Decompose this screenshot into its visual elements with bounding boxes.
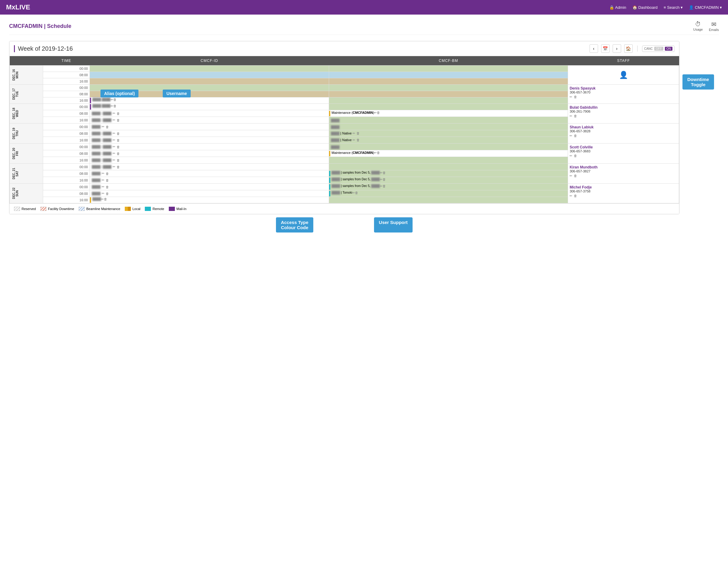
- delete-icon[interactable]: 🗑: [113, 104, 116, 110]
- cmcfid-cell: ████ | ████ ✏ 🗑: [90, 143, 329, 150]
- edit-icon[interactable]: ✏: [113, 118, 115, 122]
- day-label-dec22: DEC. 22SUN: [10, 184, 43, 203]
- cmcfid-cell: ████ | ████ ✏ 🗑: [90, 117, 329, 124]
- delete-icon[interactable]: 🗑: [106, 179, 109, 182]
- legend-beamline-label: Beamline Maintenance: [86, 207, 120, 211]
- delete-icon[interactable]: 🗑: [383, 171, 386, 176]
- delete-icon[interactable]: 🗑: [116, 145, 120, 149]
- usage-label: Usage: [693, 28, 703, 31]
- delete-icon[interactable]: 🗑: [116, 152, 120, 155]
- cmcfid-cell: ████ ✏ 🗑: [90, 190, 329, 197]
- delete-icon[interactable]: 🗑: [357, 131, 360, 135]
- toggle-off: OFF: [654, 47, 663, 51]
- edit-icon[interactable]: ✏: [570, 134, 572, 138]
- downtime-toggle[interactable]: CANC OFF ON: [642, 46, 675, 52]
- edit-icon[interactable]: ✏: [353, 138, 355, 142]
- edit-icon[interactable]: ✏: [353, 131, 355, 135]
- edit-icon[interactable]: ✏: [113, 165, 115, 169]
- edit-icon[interactable]: ✏: [113, 145, 115, 149]
- delete-icon[interactable]: 🗑: [116, 112, 120, 115]
- day-label-dec17: DEC. 17TUE: [10, 85, 43, 104]
- user-dropdown[interactable]: 👤 CMCFADMIN ▾: [689, 5, 722, 10]
- top-navigation: MxLIVE 🔒 Admin 🏠 Dashboard ≡ Search ▾ 👤 …: [0, 0, 728, 15]
- edit-icon[interactable]: ✏: [570, 154, 572, 158]
- prev-week-button[interactable]: ‹: [590, 44, 598, 53]
- delete-icon[interactable]: 🗑: [104, 197, 107, 203]
- cmcfbm-cell: ████ | samples from Dec 5, ████ ✏ 🗑: [329, 177, 568, 184]
- cmcfid-cell: ████ ████ ✏ 🗑: [90, 98, 329, 104]
- cmcfid-cell: ████ | ████ ✏ 🗑: [90, 150, 329, 157]
- edit-icon[interactable]: ✏: [110, 104, 113, 110]
- edit-icon[interactable]: ✏: [380, 178, 383, 183]
- edit-icon[interactable]: ✏: [374, 151, 377, 156]
- page-header: CMCFADMIN | Schedule ⏱ Usage ✉ Emails: [9, 21, 719, 35]
- yellow-bar: [329, 111, 330, 116]
- delete-icon[interactable]: 🗑: [113, 98, 116, 103]
- next-week-button[interactable]: ›: [613, 44, 621, 53]
- usage-button[interactable]: ⏱ Usage: [693, 21, 703, 31]
- delete-icon[interactable]: 🗑: [106, 192, 109, 195]
- schedule-panel: Week of 2019-12-16 ‹ 📅 › 🏠 CANC OFF ON: [9, 41, 679, 233]
- delete-icon[interactable]: 🗑: [106, 172, 109, 176]
- edit-icon[interactable]: ✏: [570, 114, 572, 118]
- teal-bar: [329, 178, 330, 183]
- edit-icon[interactable]: ✏: [113, 138, 115, 142]
- home-button[interactable]: 🏠: [624, 44, 633, 53]
- edit-icon[interactable]: ✏: [352, 191, 355, 196]
- dashboard-link[interactable]: 🏠 Dashboard: [632, 5, 657, 10]
- time-0000-dec16: 00:00: [43, 65, 90, 72]
- edit-icon[interactable]: ✏: [380, 184, 383, 190]
- day-label-dec18: DEC. 18WED: [10, 104, 43, 124]
- delete-icon[interactable]: 🗑: [377, 111, 380, 116]
- edit-icon[interactable]: ✏: [102, 191, 104, 195]
- edit-icon[interactable]: ✏: [102, 178, 104, 182]
- edit-icon[interactable]: ✏: [570, 194, 572, 198]
- edit-icon[interactable]: ✏: [110, 98, 113, 103]
- edit-icon[interactable]: ✏: [102, 185, 104, 189]
- delete-icon[interactable]: 🗑: [106, 185, 109, 189]
- delete-icon[interactable]: 🗑: [574, 95, 577, 99]
- delete-icon[interactable]: 🗑: [116, 138, 120, 142]
- admin-link[interactable]: 🔒 Admin: [609, 5, 626, 10]
- cmcfid-cell: ████ | ████ ✏ 🗑: [90, 157, 329, 164]
- search-dropdown[interactable]: ≡ Search ▾: [664, 5, 683, 10]
- edit-icon[interactable]: ✏: [570, 95, 572, 99]
- delete-icon[interactable]: 🗑: [574, 134, 577, 138]
- day-label-dec20: DEC. 20FRI: [10, 143, 43, 164]
- cmcfid-cell: ████ | ████ ✏ 🗑: [90, 130, 329, 137]
- edit-icon[interactable]: ✏: [374, 111, 377, 116]
- delete-icon[interactable]: 🗑: [355, 191, 358, 196]
- delete-icon[interactable]: 🗑: [116, 119, 120, 122]
- cmcfbm-cell: [329, 85, 568, 91]
- delete-icon[interactable]: 🗑: [377, 151, 380, 156]
- delete-icon[interactable]: 🗑: [383, 178, 386, 183]
- delete-icon[interactable]: 🗑: [574, 194, 577, 198]
- cmcfbm-cell: [329, 164, 568, 170]
- delete-icon[interactable]: 🗑: [574, 174, 577, 178]
- edit-icon[interactable]: ✏: [101, 197, 104, 203]
- table-row: DEC. 16MON 00:00 👤: [10, 65, 679, 72]
- delete-icon[interactable]: 🗑: [383, 184, 386, 190]
- delete-icon[interactable]: 🗑: [574, 114, 577, 118]
- delete-icon[interactable]: 🗑: [116, 158, 120, 162]
- edit-icon[interactable]: ✏: [113, 111, 115, 115]
- edit-icon[interactable]: ✏: [570, 174, 572, 178]
- edit-icon[interactable]: ✏: [113, 131, 115, 135]
- delete-icon[interactable]: 🗑: [106, 125, 109, 129]
- delete-icon[interactable]: 🗑: [116, 165, 120, 169]
- edit-icon[interactable]: ✏: [380, 171, 383, 176]
- edit-icon[interactable]: ✏: [113, 158, 115, 162]
- emails-button[interactable]: ✉ Emails: [709, 21, 719, 31]
- edit-icon[interactable]: ✏: [102, 125, 104, 129]
- calendar-button[interactable]: 📅: [601, 44, 609, 53]
- edit-icon[interactable]: ✏: [113, 152, 115, 155]
- legend-beamline-box: [79, 207, 85, 211]
- nav-items: 🔒 Admin 🏠 Dashboard ≡ Search ▾ 👤 CMCFADM…: [609, 5, 722, 10]
- edit-icon[interactable]: ✏: [102, 172, 104, 176]
- delete-icon[interactable]: 🗑: [116, 132, 120, 135]
- cmcfbm-cell: [329, 104, 568, 110]
- delete-icon[interactable]: 🗑: [574, 154, 577, 158]
- cmcfbm-maintenance2: Maintenance (CMCFADMIN) ✏ 🗑: [329, 150, 568, 157]
- alias-callout: Alias (optional): [101, 89, 138, 98]
- delete-icon[interactable]: 🗑: [357, 138, 360, 142]
